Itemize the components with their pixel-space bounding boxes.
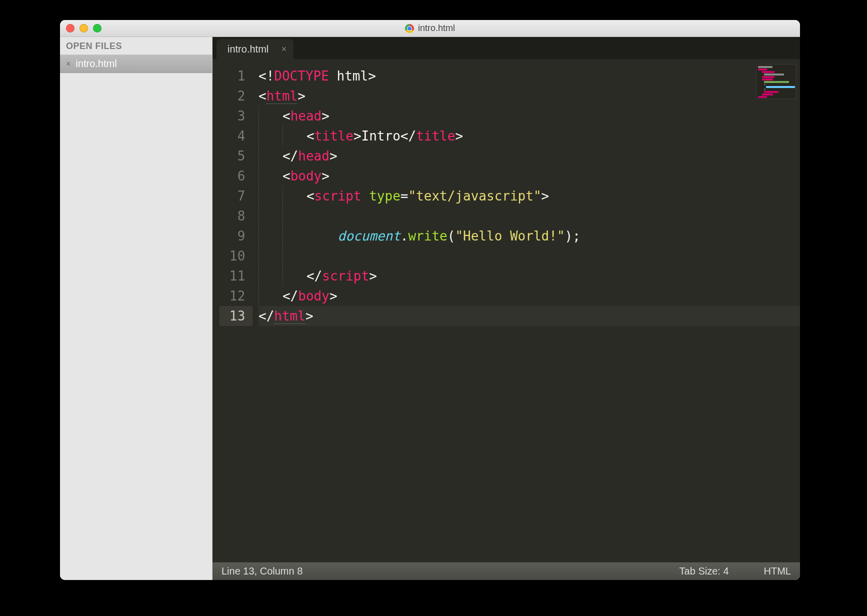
line-gutter[interactable]: 12345678910111213	[212, 59, 252, 562]
sidebar: OPEN FILES × intro.html	[60, 37, 212, 580]
window-title: intro.html	[405, 23, 455, 34]
code-content[interactable]: <!DOCTYPE html><html> <head> <title>Intr…	[252, 59, 800, 562]
tab-label: intro.html	[228, 44, 268, 55]
status-position[interactable]: Line 13, Column 8	[222, 566, 302, 577]
open-file-label: intro.html	[76, 58, 116, 70]
minimize-icon[interactable]	[80, 24, 88, 32]
window-body: OPEN FILES × intro.html intro.html × 123…	[60, 37, 800, 580]
open-file-item[interactable]: × intro.html	[60, 54, 212, 73]
editor-area[interactable]: 12345678910111213 <!DOCTYPE html><html> …	[212, 59, 800, 562]
code-line[interactable]: <script type="text/javascript">	[258, 186, 800, 206]
editor-window: intro.html OPEN FILES × intro.html intro…	[60, 20, 800, 580]
minimap[interactable]	[756, 64, 796, 99]
code-line[interactable]: <body>	[258, 166, 800, 186]
code-line[interactable]: </script>	[258, 266, 800, 286]
code-line[interactable]: <head>	[258, 106, 800, 126]
code-line[interactable]: <!DOCTYPE html>	[258, 66, 800, 86]
status-tab-size[interactable]: Tab Size: 4	[680, 566, 729, 577]
code-line[interactable]: </html>	[258, 306, 800, 326]
status-syntax[interactable]: HTML	[764, 566, 791, 577]
sidebar-header: OPEN FILES	[60, 37, 212, 54]
status-bar: Line 13, Column 8 Tab Size: 4 HTML	[212, 562, 800, 580]
tab-close-icon[interactable]: ×	[282, 44, 287, 54]
code-line[interactable]: <html>	[258, 86, 800, 106]
traffic-lights	[66, 24, 102, 32]
close-icon[interactable]	[66, 24, 74, 32]
tab-intro[interactable]: intro.html ×	[216, 39, 294, 59]
close-file-icon[interactable]: ×	[66, 60, 70, 68]
window-title-text: intro.html	[418, 23, 455, 34]
code-line[interactable]	[258, 206, 800, 226]
zoom-icon[interactable]	[93, 24, 102, 32]
status-right: Tab Size: 4 HTML	[680, 566, 791, 577]
titlebar[interactable]: intro.html	[60, 20, 800, 37]
code-line[interactable]: </head>	[258, 146, 800, 166]
code-line[interactable]: </body>	[258, 286, 800, 306]
code-line[interactable]: document.write("Hello World!");	[258, 226, 800, 246]
file-type-icon	[405, 24, 414, 33]
code-line[interactable]: <title>Intro</title>	[258, 126, 800, 146]
tab-bar: intro.html ×	[212, 37, 800, 59]
editor-column: intro.html × 12345678910111213 <!DOCTYPE…	[212, 37, 800, 580]
code-line[interactable]	[258, 246, 800, 266]
